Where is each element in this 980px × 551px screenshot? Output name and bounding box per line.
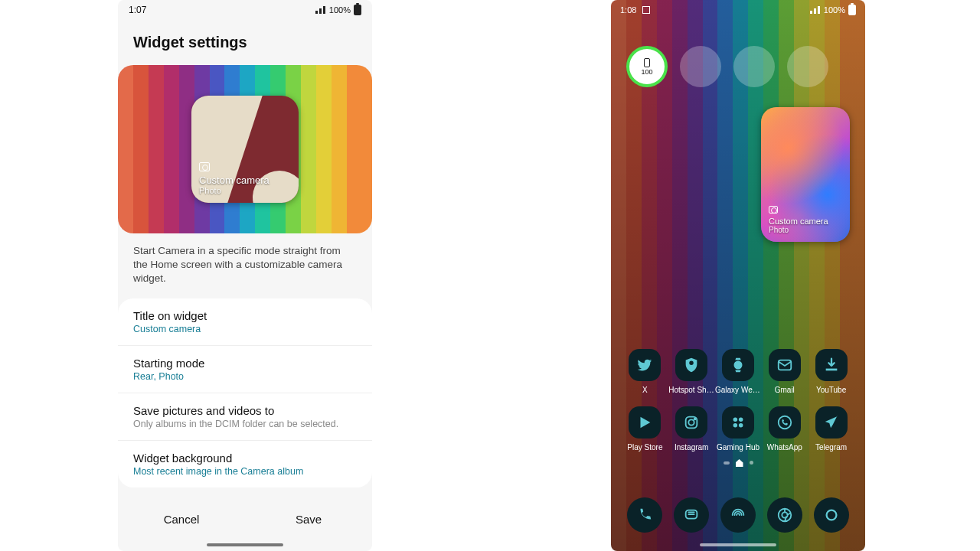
signal-icon (810, 6, 821, 14)
widget-description: Start Camera in a specific mode straight… (118, 233, 372, 298)
widget-preview-subtitle: Photo (199, 186, 270, 195)
status-battery-pct: 100% (824, 5, 845, 15)
camera-widget-subtitle: Photo (769, 226, 828, 234)
app-label: Hotspot Shield... (668, 386, 714, 394)
dock-chrome[interactable] (767, 497, 802, 533)
app-label: Telegram (808, 443, 854, 452)
watch-icon (722, 349, 754, 381)
phone-bubble-icon (769, 406, 801, 439)
x-bird-icon (629, 349, 661, 381)
shield-icon (675, 349, 707, 381)
svg-point-7 (739, 423, 743, 428)
svg-point-2 (689, 419, 694, 425)
setting-value: Custom camera (133, 324, 357, 334)
app-youtube[interactable]: YouTube (808, 349, 854, 394)
device-icon (644, 58, 650, 67)
chrome-icon (776, 507, 793, 523)
camera-icon (769, 206, 778, 214)
app-label: WhatsApp (762, 443, 808, 452)
app-telegram[interactable]: Telegram (808, 406, 854, 452)
signal-icon (315, 6, 326, 14)
camera-app-icon (675, 406, 707, 439)
page-dot (750, 461, 753, 465)
status-bar: 1:08 100% (611, 0, 865, 20)
status-time: 1:08 (620, 5, 636, 15)
svg-point-12 (826, 510, 836, 520)
svg-point-6 (733, 423, 738, 428)
setting-label: Starting mode (133, 357, 357, 370)
phone-widget-settings: 1:07 100% Widget settings Custom camera … (118, 0, 372, 551)
widget-placeholder-1[interactable] (680, 46, 721, 87)
status-time: 1:07 (129, 5, 146, 15)
mail-icon (769, 349, 801, 381)
messages-icon (683, 507, 700, 523)
setting-value: Most recent image in the Camera album (133, 466, 357, 477)
widget-placeholder-3[interactable] (787, 46, 828, 87)
battery-circle-widget[interactable]: 100 (626, 46, 668, 87)
page-dot (724, 461, 730, 465)
app-whatsapp[interactable]: WhatsApp (761, 406, 808, 452)
setting-label: Title on widget (133, 309, 357, 322)
play-icon (629, 406, 661, 439)
camera-icon (199, 162, 210, 171)
battery-circle-value: 100 (641, 69, 652, 76)
setting-label: Widget background (133, 452, 357, 465)
settings-list: Title on widget Custom camera Starting m… (118, 298, 372, 487)
svg-point-3 (694, 419, 696, 420)
app-instagram[interactable]: Instagram (668, 406, 715, 452)
app-play-store[interactable]: Play Store (622, 406, 668, 452)
nav-pill[interactable] (207, 543, 283, 546)
app-gaming-hub[interactable]: Gaming Hub (715, 406, 762, 452)
radar-icon (730, 507, 746, 523)
status-battery-pct: 100% (329, 5, 351, 15)
app-gmail[interactable]: Gmail (761, 349, 808, 394)
status-bar: 1:07 100% (118, 0, 372, 20)
setting-save-location[interactable]: Save pictures and videos to Only albums … (118, 393, 372, 441)
app-label: Instagram (668, 443, 714, 452)
circle-icon (823, 507, 840, 523)
phone-icon (636, 507, 653, 523)
nav-pill[interactable] (700, 543, 776, 546)
app-x[interactable]: X (622, 349, 668, 394)
app-label: Gmail (762, 386, 808, 394)
dock-radar[interactable] (720, 497, 756, 533)
setting-label: Save pictures and videos to (133, 404, 357, 417)
app-label: Gaming Hub (715, 443, 761, 452)
home-page-icon (736, 459, 743, 467)
setting-title-on-widget[interactable]: Title on widget Custom camera (118, 298, 372, 346)
app-label: X (622, 386, 668, 394)
app-label: YouTube (808, 386, 854, 394)
widget-placeholder-2[interactable] (733, 46, 775, 87)
page-indicator[interactable] (611, 461, 865, 468)
page-title: Widget settings (118, 20, 372, 65)
svg-point-5 (739, 418, 743, 422)
widget-preview-card: Custom camera Photo (118, 65, 372, 233)
notification-icon (642, 6, 650, 14)
bottom-button-bar: Cancel Save (118, 497, 372, 551)
dock-messages[interactable] (674, 497, 709, 533)
grid4-icon (722, 406, 754, 439)
app-label: Galaxy Weara... (715, 386, 761, 394)
setting-widget-background[interactable]: Widget background Most recent image in t… (118, 441, 372, 487)
battery-icon (848, 5, 856, 15)
svg-point-8 (779, 416, 792, 429)
app-galaxy-wearable[interactable]: Galaxy Weara... (715, 349, 762, 394)
svg-point-4 (733, 418, 738, 422)
app-hotspot-shield[interactable]: Hotspot Shield... (668, 349, 715, 394)
camera-widget[interactable]: Custom camera Photo (761, 107, 850, 242)
setting-value: Rear, Photo (133, 371, 357, 382)
dock (611, 497, 865, 533)
setting-value: Only albums in the DCIM folder can be se… (133, 419, 357, 429)
widget-preview-title: Custom camera (199, 174, 270, 186)
app-label: Play Store (622, 443, 668, 452)
setting-starting-mode[interactable]: Starting mode Rear, Photo (118, 346, 372, 393)
battery-icon (354, 5, 361, 15)
phone-home-screen: 1:08 100% 100 Custom camera Photo (611, 0, 865, 551)
app-grid: X Hotspot Shield... Galaxy Weara... Gmai… (611, 349, 865, 452)
dock-phone[interactable] (627, 497, 662, 533)
send-icon (815, 406, 848, 439)
camera-widget-title: Custom camera (769, 217, 828, 226)
dock-app-drawer[interactable] (814, 497, 849, 533)
widget-preview-tile: Custom camera Photo (191, 96, 299, 203)
download-icon (815, 349, 848, 381)
